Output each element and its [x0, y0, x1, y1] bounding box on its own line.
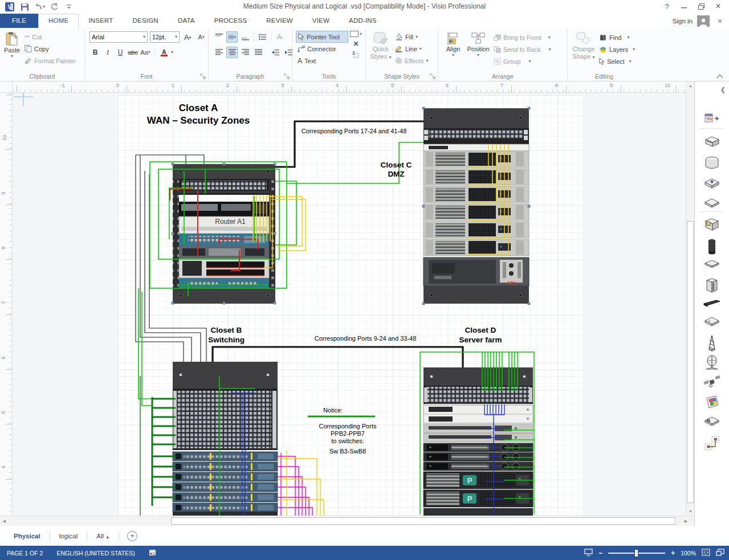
- bold-button[interactable]: B: [89, 47, 101, 58]
- visio-logo-icon[interactable]: V: [3, 1, 16, 13]
- font-size-combo[interactable]: 12pt.▾: [150, 31, 180, 43]
- fill-button[interactable]: Fill▾: [393, 31, 430, 43]
- stencil-terminal-icon[interactable]: [703, 217, 720, 234]
- bullets-button[interactable]: [257, 31, 268, 43]
- stencil-database-icon[interactable]: [704, 156, 719, 173]
- switch-windows-icon[interactable]: [716, 549, 724, 557]
- open-stencil-icon[interactable]: [704, 113, 719, 126]
- change-shape-button[interactable]: Change Shape ▾: [570, 30, 597, 71]
- stencil-bridge-icon[interactable]: [707, 239, 716, 258]
- closet-a-title-line1[interactable]: Closet A: [179, 103, 218, 113]
- zoom-in-button[interactable]: +: [671, 549, 675, 557]
- shape-styles-dialog-launcher-icon[interactable]: [430, 73, 436, 80]
- underline-button[interactable]: U: [115, 47, 126, 58]
- tab-home[interactable]: HOME: [38, 14, 79, 28]
- find-button[interactable]: Find▾: [597, 31, 637, 43]
- delete-connector-icon[interactable]: ✕: [353, 40, 359, 48]
- stencil-router-icon[interactable]: [703, 135, 720, 151]
- align-bottom-button[interactable]: [239, 31, 251, 43]
- text-tool-button[interactable]: A Text: [296, 55, 348, 67]
- scroll-left-icon[interactable]: ◀: [0, 516, 9, 526]
- align-center-button[interactable]: [226, 47, 238, 58]
- stencil-switch-icon[interactable]: [703, 177, 720, 191]
- quick-styles-button[interactable]: Quick Styles ▾: [368, 30, 393, 71]
- vertical-scrollbar[interactable]: ▲ ▼: [686, 81, 694, 516]
- effects-button[interactable]: Effects▾: [393, 55, 430, 67]
- ruler-vertical[interactable]: 10 9 8 7 6 5 4: [0, 93, 13, 516]
- qat-customize-icon[interactable]: [63, 1, 75, 13]
- rectangle-shape-button[interactable]: ▾: [350, 31, 362, 37]
- undo-caret-icon[interactable]: ▾: [43, 5, 45, 9]
- tab-insert[interactable]: INSERT: [79, 14, 123, 28]
- stencil-server-icon[interactable]: [705, 277, 719, 296]
- zoom-level[interactable]: 100%: [681, 550, 696, 557]
- tab-design[interactable]: DESIGN: [123, 14, 168, 28]
- stencil-map-icon[interactable]: [704, 395, 719, 412]
- align-middle-button[interactable]: [226, 31, 238, 43]
- page-tab-all[interactable]: All ▲: [87, 530, 119, 542]
- change-case-button[interactable]: Aa▾: [140, 47, 151, 58]
- page-tab-logical[interactable]: logical: [50, 530, 87, 542]
- undo-icon[interactable]: ▾: [33, 1, 46, 13]
- free-transform-icon[interactable]: [352, 51, 360, 59]
- annotation-ports-bd[interactable]: Corresponding Ports 9-24 and 33-48: [315, 335, 417, 342]
- stencil-dynamic-connector-icon[interactable]: [704, 436, 720, 453]
- zoom-slider-thumb[interactable]: [634, 549, 638, 557]
- rack-closet-c[interactable]: APC: [422, 107, 530, 305]
- restore-button[interactable]: [693, 0, 710, 13]
- page-indicator[interactable]: PAGE 1 OF 2: [0, 546, 50, 560]
- tab-addins[interactable]: ADD-INS: [339, 14, 386, 28]
- avatar[interactable]: [697, 15, 710, 27]
- shrink-font-button[interactable]: A▾: [196, 31, 207, 43]
- grow-font-button[interactable]: A▴: [182, 31, 193, 43]
- annotation-ports-ac[interactable]: Corresponding Ports 17-24 and 41-48: [302, 128, 407, 134]
- vertical-scroll-thumb[interactable]: [687, 221, 694, 503]
- sign-in-link[interactable]: Sign in: [673, 18, 693, 24]
- send-to-back-button[interactable]: Send to Back▾: [492, 43, 552, 55]
- rotate-text-button[interactable]: A⌐: [275, 31, 286, 43]
- save-icon[interactable]: [18, 1, 31, 13]
- closet-d-label-line2[interactable]: Server farm: [459, 336, 502, 344]
- fit-page-icon[interactable]: [702, 549, 710, 557]
- cut-button[interactable]: ✂ Cut: [23, 31, 78, 43]
- decrease-indent-button[interactable]: [270, 47, 281, 58]
- zoom-out-button[interactable]: −: [598, 549, 602, 557]
- layers-button[interactable]: Layers▾: [597, 43, 637, 55]
- horizontal-scroll-thumb[interactable]: [171, 517, 675, 525]
- close-document-icon[interactable]: ×: [714, 17, 726, 26]
- close-button[interactable]: ×: [710, 0, 727, 13]
- stencil-projector-icon[interactable]: [703, 415, 720, 429]
- paste-button[interactable]: Paste ▾: [1, 30, 23, 71]
- stencil-satellite-icon[interactable]: [703, 375, 720, 391]
- tab-file[interactable]: FILE: [0, 14, 38, 28]
- tab-view[interactable]: VIEW: [303, 14, 339, 28]
- justify-button[interactable]: [252, 47, 264, 58]
- zoom-slider[interactable]: [608, 553, 665, 554]
- stencil-panel-icon[interactable]: [703, 259, 720, 271]
- line-button[interactable]: Line▾: [393, 43, 430, 55]
- italic-button[interactable]: I: [102, 47, 113, 58]
- pointer-tool-button[interactable]: Pointer Tool: [296, 31, 348, 43]
- scroll-up-icon[interactable]: ▲: [686, 81, 695, 90]
- macro-record-icon[interactable]: [142, 546, 164, 560]
- tab-review[interactable]: REVIEW: [256, 14, 303, 28]
- tab-process[interactable]: PROCESS: [205, 14, 257, 28]
- font-dialog-launcher-icon[interactable]: [200, 73, 206, 80]
- stencil-hub-icon[interactable]: [703, 198, 720, 210]
- scroll-right-icon[interactable]: ▶: [682, 516, 690, 526]
- drawing-canvas[interactable]: Router A1: [13, 93, 686, 516]
- closet-c-label-line2[interactable]: DMZ: [388, 170, 404, 178]
- collapse-ribbon-icon[interactable]: [716, 74, 723, 79]
- strikethrough-button[interactable]: abc: [127, 47, 139, 58]
- help-button[interactable]: ?: [658, 0, 675, 13]
- align-button[interactable]: Align ▾: [442, 30, 465, 71]
- align-left-button[interactable]: [213, 47, 225, 58]
- align-top-button[interactable]: [213, 31, 225, 43]
- language-indicator[interactable]: ENGLISH (UNITED STATES): [50, 546, 141, 560]
- align-right-button[interactable]: [239, 47, 251, 58]
- insert-page-button[interactable]: +: [127, 531, 137, 541]
- group-button[interactable]: Group▾: [492, 55, 552, 67]
- closet-b-label-line2[interactable]: Switching: [208, 336, 245, 344]
- connector-tool-button[interactable]: Connector: [296, 43, 348, 55]
- bring-to-front-button[interactable]: Bring to Front▾: [492, 31, 552, 43]
